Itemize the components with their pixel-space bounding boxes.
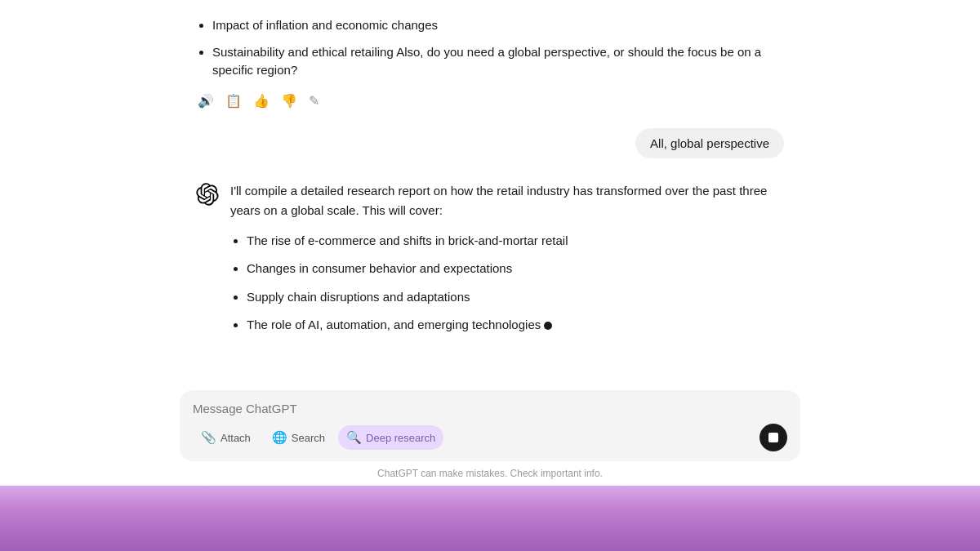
prev-bullet-1: Impact of inflation and economic changes — [212, 16, 784, 35]
input-tools-left: 📎 Attach 🌐 Search 🔍 Deep research — [193, 425, 443, 450]
deep-research-icon: 🔍 — [346, 430, 362, 445]
ai-response: I'll compile a detailed research report … — [196, 181, 784, 344]
gradient-footer — [0, 486, 980, 551]
thumbs-up-icon[interactable]: 👍 — [253, 93, 270, 109]
message-input[interactable] — [193, 402, 787, 415]
attach-label: Attach — [220, 432, 251, 444]
input-toolbar: 📎 Attach 🌐 Search 🔍 Deep research — [193, 424, 787, 451]
copy-icon[interactable]: 📋 — [225, 93, 242, 109]
audio-icon[interactable]: 🔊 — [198, 93, 214, 109]
ai-bullet-2: Changes in consumer behavior and expecta… — [247, 260, 784, 278]
typing-cursor — [544, 322, 552, 330]
ai-bullet-1: The rise of e-commerce and shifts in bri… — [247, 232, 784, 251]
attach-icon: 📎 — [201, 430, 216, 445]
search-globe-icon: 🌐 — [272, 430, 287, 445]
deep-research-label: Deep research — [366, 432, 435, 444]
user-bubble: All, global perspective — [635, 128, 784, 158]
attach-button[interactable]: 📎 Attach — [193, 425, 259, 450]
edit-icon[interactable]: ✎ — [309, 93, 319, 109]
search-label: Search — [292, 432, 325, 444]
disclaimer-text: ChatGPT can make mistakes. Check importa… — [180, 468, 800, 479]
input-box: 📎 Attach 🌐 Search 🔍 Deep research — [180, 390, 800, 461]
input-box-wrap: 📎 Attach 🌐 Search 🔍 Deep research — [180, 390, 800, 479]
user-message-text: All, global perspective — [650, 136, 769, 150]
thumbs-down-icon[interactable]: 👎 — [281, 93, 297, 109]
ai-bullets-list: The rise of e-commerce and shifts in bri… — [230, 232, 784, 335]
search-button[interactable]: 🌐 Search — [264, 425, 333, 450]
ai-intro-text: I'll compile a detailed research report … — [230, 181, 784, 220]
ai-bullet-4: The role of AI, automation, and emerging… — [247, 316, 784, 335]
prev-bullet-2: Sustainability and ethical retailing Als… — [212, 43, 784, 80]
ai-content: I'll compile a detailed research report … — [230, 181, 784, 344]
stop-icon — [768, 433, 778, 442]
input-section: 📎 Attach 🌐 Search 🔍 Deep research — [0, 390, 980, 486]
stop-button[interactable] — [760, 424, 787, 451]
action-bar: 🔊 📋 👍 👎 ✎ — [196, 93, 784, 109]
previous-bullets: Impact of inflation and economic changes… — [196, 16, 784, 80]
ai-bullet-3: Supply chain disruptions and adaptations — [247, 288, 784, 307]
deep-research-button[interactable]: 🔍 Deep research — [338, 425, 443, 450]
user-message-wrap: All, global perspective — [196, 128, 784, 158]
ai-avatar — [196, 183, 219, 206]
